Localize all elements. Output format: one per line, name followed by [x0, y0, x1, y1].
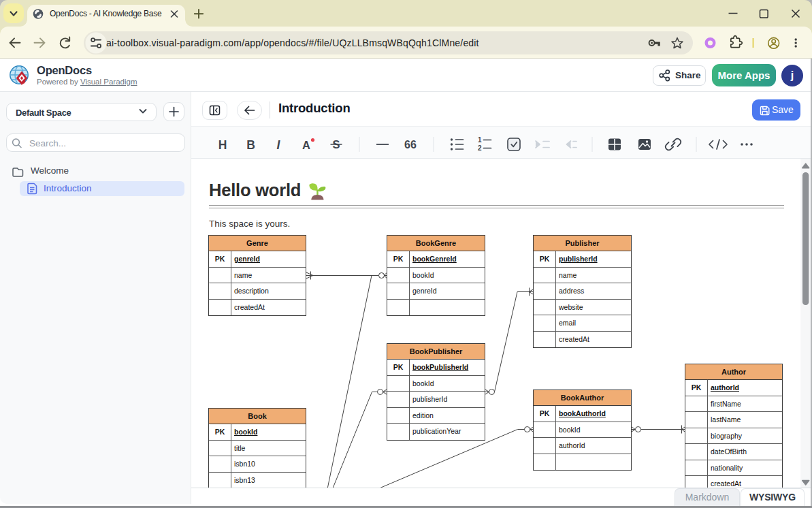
- svg-text:H: H: [218, 138, 227, 152]
- svg-text:1: 1: [478, 136, 482, 144]
- svg-text:2: 2: [478, 144, 482, 152]
- svg-text:B: B: [246, 138, 255, 152]
- svg-text:I: I: [277, 138, 281, 152]
- svg-text:66: 66: [404, 139, 417, 150]
- svg-text:A: A: [302, 139, 310, 151]
